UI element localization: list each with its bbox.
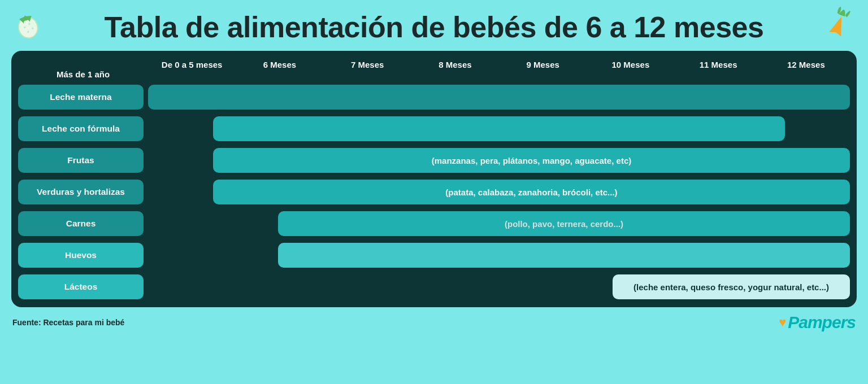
row-bar-lacteos: (leche entera, queso fresco, yogur natur… <box>613 274 850 299</box>
row-bar-huevos <box>278 243 850 268</box>
footer-source: Fuente: Recetas para mi bebé <box>12 318 124 327</box>
table-header: De 0 a 5 meses 6 Meses 7 Meses 8 Meses 9… <box>18 56 850 84</box>
header-col-0: De 0 a 5 meses <box>148 60 236 69</box>
header-col-8: Más de 1 año <box>18 69 148 79</box>
row-huevos: Huevos <box>18 242 850 269</box>
page-title: Tabla de alimentación de bebés de 6 a 12… <box>45 10 823 44</box>
row-bar-leche-materna <box>148 85 850 110</box>
row-leche-materna: Leche materna <box>18 84 850 111</box>
header-col-2: 7 Meses <box>324 60 411 69</box>
row-label-leche-materna: Leche materna <box>18 85 144 110</box>
row-verduras: Verduras y hortalizas (patata, calabaza,… <box>18 178 850 206</box>
footer: Fuente: Recetas para mi bebé ♥ Pampers <box>0 307 868 333</box>
row-bar-leche-formula <box>213 116 785 141</box>
title-area: Tabla de alimentación de bebés de 6 a 12… <box>0 0 868 51</box>
row-bar-verduras: (patata, calabaza, zanahoria, brócoli, e… <box>213 180 850 204</box>
row-label-frutas: Frutas <box>18 148 144 173</box>
header-col-7: 12 Meses <box>762 60 850 69</box>
header-col-3: 8 Meses <box>411 60 499 69</box>
pampers-heart-icon: ♥ <box>779 315 785 330</box>
row-label-verduras: Verduras y hortalizas <box>18 180 144 204</box>
table-wrapper: De 0 a 5 meses 6 Meses 7 Meses 8 Meses 9… <box>11 51 857 307</box>
row-bar-frutas: (manzanas, pera, plátanos, mango, aguaca… <box>213 148 850 173</box>
data-rows: Leche materna Leche con fórmula Frutas (… <box>18 84 850 300</box>
row-bar-carnes: (pollo, pavo, ternera, cerdo...) <box>278 211 850 236</box>
pampers-brand-name: Pampers <box>788 313 856 332</box>
header-col-1: 6 Meses <box>236 60 323 69</box>
row-carnes: Carnes (pollo, pavo, ternera, cerdo...) <box>18 210 850 237</box>
pampers-logo: ♥ Pampers <box>779 313 856 332</box>
row-label-leche-formula: Leche con fórmula <box>18 116 144 141</box>
row-lacteos: Lácteos (leche entera, queso fresco, yog… <box>18 273 850 300</box>
row-label-lacteos: Lácteos <box>18 274 144 299</box>
header-col-4: 9 Meses <box>499 60 587 69</box>
row-frutas: Frutas (manzanas, pera, plátanos, mango,… <box>18 147 850 174</box>
header-col-empty <box>18 60 148 69</box>
header-col-5: 10 Meses <box>587 60 674 69</box>
row-leche-formula: Leche con fórmula <box>18 115 850 142</box>
header-col-6: 11 Meses <box>675 60 762 69</box>
row-label-huevos: Huevos <box>18 243 144 268</box>
row-label-carnes: Carnes <box>18 211 144 236</box>
